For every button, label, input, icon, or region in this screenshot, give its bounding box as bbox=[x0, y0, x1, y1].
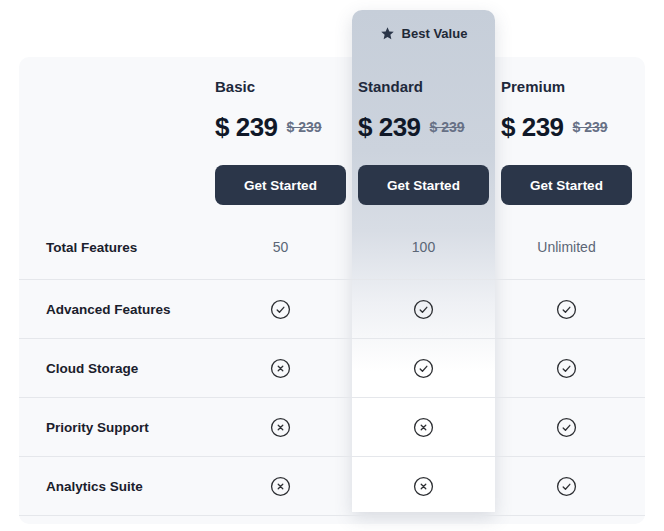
star-icon bbox=[380, 26, 395, 41]
price-current: $ 239 bbox=[358, 112, 421, 142]
price-current: $ 239 bbox=[501, 112, 564, 142]
plan-header-spacer bbox=[19, 57, 209, 215]
get-started-button-basic[interactable]: Get Started bbox=[215, 165, 346, 205]
price-old: $ 239 bbox=[573, 119, 608, 135]
feature-row: Advanced Features bbox=[19, 279, 645, 338]
feature-label: Cloud Storage bbox=[19, 361, 209, 376]
cross-circle-icon bbox=[352, 476, 495, 497]
get-started-button-premium[interactable]: Get Started bbox=[501, 165, 632, 205]
plan-column-premium: Premium $ 239 $ 239 Get Started bbox=[495, 57, 638, 215]
cross-circle-icon bbox=[209, 358, 352, 379]
feature-label: Priority Support bbox=[19, 420, 209, 435]
feature-row: Priority Support bbox=[19, 397, 645, 456]
plan-name: Standard bbox=[358, 77, 423, 96]
cross-circle-icon bbox=[209, 476, 352, 497]
feature-value: 50 bbox=[209, 239, 352, 255]
pricing-table: Basic $ 239 $ 239 Get Started Standard $… bbox=[19, 57, 645, 524]
plan-column-basic: Basic $ 239 $ 239 Get Started bbox=[209, 57, 352, 215]
check-circle-icon bbox=[495, 299, 638, 320]
feature-label: Total Features bbox=[19, 240, 209, 255]
check-circle-icon bbox=[495, 417, 638, 438]
check-circle-icon bbox=[495, 476, 638, 497]
price-old: $ 239 bbox=[287, 119, 322, 135]
plan-name: Premium bbox=[501, 77, 565, 96]
get-started-button-standard[interactable]: Get Started bbox=[358, 165, 489, 205]
check-circle-icon bbox=[352, 299, 495, 320]
check-circle-icon bbox=[495, 358, 638, 379]
check-circle-icon bbox=[352, 358, 495, 379]
feature-label: Analytics Suite bbox=[19, 479, 209, 494]
plan-name: Basic bbox=[215, 77, 255, 96]
feature-value: 100 bbox=[352, 239, 495, 255]
feature-label: Advanced Features bbox=[19, 302, 209, 317]
cross-circle-icon bbox=[352, 417, 495, 438]
price-old: $ 239 bbox=[430, 119, 465, 135]
feature-value: Unlimited bbox=[495, 239, 638, 255]
pricing-page: Best Value Basic $ 239 $ 239 Get Started… bbox=[0, 0, 664, 531]
plan-column-standard: Standard $ 239 $ 239 Get Started bbox=[352, 57, 495, 215]
plan-header-row: Basic $ 239 $ 239 Get Started Standard $… bbox=[19, 57, 645, 215]
feature-row: Analytics Suite bbox=[19, 456, 645, 515]
cross-circle-icon bbox=[209, 417, 352, 438]
price-current: $ 239 bbox=[215, 112, 278, 142]
price-row: $ 239 $ 239 bbox=[215, 112, 322, 142]
check-circle-icon bbox=[209, 299, 352, 320]
feature-rows: Total Features50100UnlimitedAdvanced Fea… bbox=[19, 215, 645, 515]
price-row: $ 239 $ 239 bbox=[501, 112, 608, 142]
best-value-badge-label: Best Value bbox=[402, 26, 468, 41]
feature-row: Total Features50100Unlimited bbox=[19, 215, 645, 279]
best-value-badge: Best Value bbox=[352, 10, 495, 41]
feature-row: Cloud Storage bbox=[19, 338, 645, 397]
table-bottom-divider bbox=[19, 515, 645, 528]
price-row: $ 239 $ 239 bbox=[358, 112, 465, 142]
